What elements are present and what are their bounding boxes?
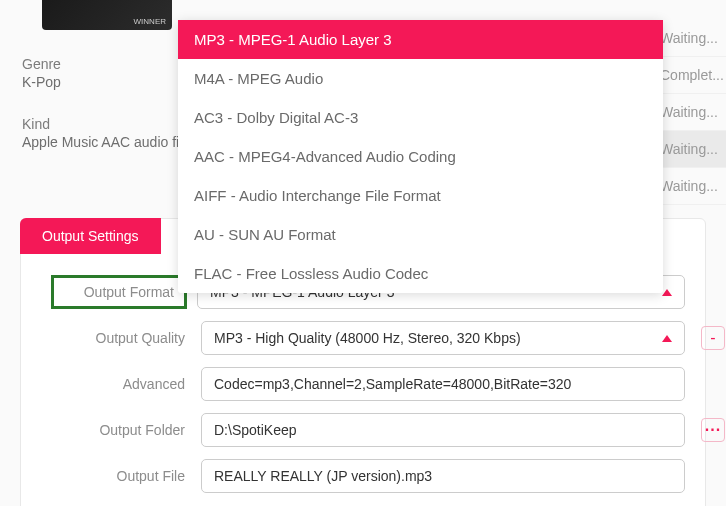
output-format-label: Output Format <box>51 275 187 309</box>
browse-folder-button[interactable]: ··· <box>701 418 725 442</box>
caret-up-icon <box>662 289 672 296</box>
status-item: Waiting... <box>656 131 726 168</box>
genre-label: Genre <box>22 56 203 72</box>
status-item: Complet... <box>656 57 726 94</box>
output-file-label: Output File <box>21 468 191 484</box>
dropdown-option[interactable]: M4A - MPEG Audio <box>178 59 663 98</box>
output-file-input[interactable] <box>201 459 685 493</box>
output-quality-value: MP3 - High Quality (48000 Hz, Stereo, 32… <box>214 330 521 346</box>
status-list: Waiting... Complet... Waiting... Waiting… <box>656 20 726 205</box>
status-item: Waiting... <box>656 168 726 205</box>
advanced-label: Advanced <box>21 376 191 392</box>
album-art <box>42 0 172 30</box>
output-quality-select[interactable]: MP3 - High Quality (48000 Hz, Stereo, 32… <box>201 321 685 355</box>
advanced-input[interactable] <box>201 367 685 401</box>
status-item: Waiting... <box>656 94 726 131</box>
kind-value: Apple Music AAC audio file <box>22 134 203 150</box>
output-quality-label: Output Quality <box>21 330 191 346</box>
dropdown-option[interactable]: AAC - MPEG4-Advanced Audio Coding <box>178 137 663 176</box>
output-settings-tab[interactable]: Output Settings <box>20 218 161 254</box>
quality-minus-button[interactable]: - <box>701 326 725 350</box>
output-format-dropdown-panel: MP3 - MPEG-1 Audio Layer 3 M4A - MPEG Au… <box>178 20 663 293</box>
output-folder-label: Output Folder <box>21 422 191 438</box>
dropdown-option[interactable]: FLAC - Free Lossless Audio Codec <box>178 254 663 293</box>
genre-value: K-Pop <box>22 74 203 90</box>
output-folder-input[interactable] <box>201 413 685 447</box>
dropdown-option[interactable]: MP3 - MPEG-1 Audio Layer 3 <box>178 20 663 59</box>
kind-label: Kind <box>22 116 203 132</box>
status-item: Waiting... <box>656 20 726 57</box>
caret-up-icon <box>662 335 672 342</box>
dropdown-option[interactable]: AIFF - Audio Interchange File Format <box>178 176 663 215</box>
dropdown-option[interactable]: AU - SUN AU Format <box>178 215 663 254</box>
dropdown-option[interactable]: AC3 - Dolby Digital AC-3 <box>178 98 663 137</box>
